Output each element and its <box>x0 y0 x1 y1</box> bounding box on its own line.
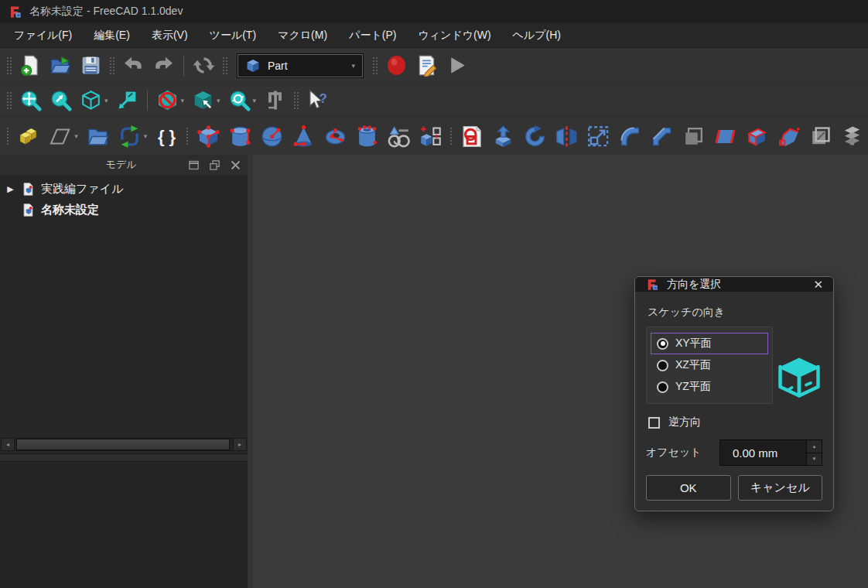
offset-value[interactable]: 0.00 mm <box>720 440 806 465</box>
menu-tools[interactable]: ツール(T) <box>199 23 268 47</box>
spin-up-icon[interactable]: ▲ <box>807 440 822 453</box>
menu-edit[interactable]: 編集(E) <box>83 23 141 47</box>
dialog-title-bar[interactable]: 方向を選択 ✕ <box>635 277 833 292</box>
toolbar-file: Part▾ <box>0 48 868 84</box>
zoom-selection-button[interactable] <box>46 87 75 114</box>
toolbar-grip[interactable] <box>292 91 299 111</box>
datum-plane-button[interactable]: ▾ <box>45 122 81 151</box>
create-sketch-button[interactable] <box>456 122 487 151</box>
part-torus-button[interactable] <box>320 122 350 151</box>
part-cylinder-icon <box>228 125 252 149</box>
workbench-selector[interactable]: Part▾ <box>238 54 363 77</box>
radio-button-icon[interactable] <box>657 381 668 393</box>
chamfer-button[interactable] <box>647 122 677 151</box>
reverse-direction-label: 逆方向 <box>668 415 701 429</box>
tree-item-1[interactable]: 名称未設定 <box>0 200 248 220</box>
part-sphere-button[interactable] <box>257 122 287 151</box>
rotation-view-button[interactable]: ▾ <box>225 87 260 114</box>
scrollbar-track[interactable] <box>15 438 233 451</box>
toolbar-grip[interactable] <box>5 91 12 111</box>
toolbar-grip[interactable] <box>221 56 227 76</box>
restore-panel-icon[interactable] <box>209 159 220 171</box>
part-cone-button[interactable] <box>289 122 319 151</box>
radio-row-2[interactable]: YZ平面 <box>651 376 768 398</box>
record-macro-button[interactable] <box>382 52 411 79</box>
open-file-icon <box>50 54 72 77</box>
open-file-button[interactable] <box>46 52 75 79</box>
revolve-button[interactable] <box>520 122 550 151</box>
radio-row-1[interactable]: XZ平面 <box>651 354 768 376</box>
expression-button[interactable]: { } <box>152 122 182 151</box>
scroll-left-icon[interactable]: ◂ <box>1 438 15 451</box>
toolbar-grip[interactable] <box>5 126 9 146</box>
cross-section-button[interactable] <box>837 122 867 151</box>
menu-file[interactable]: ファイル(F) <box>3 23 83 47</box>
part-tube-button[interactable] <box>352 122 382 151</box>
refresh-button[interactable] <box>190 52 218 79</box>
menu-bar: ファイル(F)編集(E)表示(V)ツール(T)マクロ(M)パート(P)ウィンドウ… <box>0 23 868 48</box>
spin-down-icon[interactable]: ▼ <box>807 453 822 466</box>
shape-builder-button[interactable] <box>415 122 446 151</box>
play-macro-button[interactable] <box>443 52 471 79</box>
ok-button[interactable]: OK <box>646 475 731 501</box>
loft-button[interactable] <box>774 122 804 151</box>
scale-button[interactable] <box>583 122 613 151</box>
offset-2d-button[interactable] <box>678 122 709 151</box>
cancel-button[interactable]: キャンセル <box>738 475 823 501</box>
redo-button[interactable] <box>149 52 178 79</box>
undo-button[interactable] <box>119 52 148 79</box>
toolbar-grip[interactable] <box>371 56 378 76</box>
radio-row-0[interactable]: XY平面 <box>651 333 768 354</box>
thickness-button[interactable] <box>742 122 772 151</box>
edit-macro-button[interactable] <box>412 52 441 79</box>
model-panel-title: モデル <box>6 158 188 172</box>
measure-button[interactable] <box>261 87 289 114</box>
close-icon[interactable]: ✕ <box>813 279 823 290</box>
group-folder-icon <box>86 125 110 149</box>
panel-splitter[interactable] <box>0 453 248 462</box>
part-cylinder-button[interactable] <box>225 122 255 151</box>
offset-spinbox[interactable]: 0.00 mm ▲ ▼ <box>719 439 822 466</box>
part-primitives-button[interactable] <box>384 122 414 151</box>
part-tube-icon <box>355 125 379 149</box>
group-button[interactable] <box>83 122 113 151</box>
scrollbar-thumb[interactable] <box>16 439 230 450</box>
draw-style-button[interactable]: ▾ <box>153 87 188 114</box>
radio-button-icon[interactable] <box>657 360 668 371</box>
std-part-button[interactable] <box>13 122 43 151</box>
toolbar-grip[interactable] <box>5 56 12 76</box>
tree-item-0[interactable]: ▶実践編ファイル <box>0 179 248 200</box>
new-document-button[interactable] <box>16 52 45 79</box>
close-panel-icon[interactable] <box>230 159 241 171</box>
toolbar-grip[interactable] <box>185 126 188 146</box>
zoom-fit-all-button[interactable] <box>16 87 45 114</box>
whats-this-button[interactable]: ? <box>303 87 332 114</box>
mirror-button[interactable] <box>552 122 582 151</box>
link-button[interactable]: ▾ <box>114 122 151 151</box>
sweep-button[interactable] <box>805 122 836 151</box>
menu-part[interactable]: パート(P) <box>338 23 407 47</box>
toolbar-grip[interactable] <box>449 126 452 146</box>
scale-icon <box>586 125 610 149</box>
set-plane-view-button[interactable] <box>113 87 142 114</box>
menu-view[interactable]: 表示(V) <box>141 23 199 47</box>
menu-macro[interactable]: マクロ(M) <box>267 23 338 47</box>
menu-windows[interactable]: ウィンドウ(W) <box>407 23 501 47</box>
radio-button-icon[interactable] <box>657 338 668 350</box>
reverse-direction-checkbox[interactable] <box>648 417 660 429</box>
part-cone-icon <box>292 125 316 149</box>
tree-item-label: 実践編ファイル <box>41 182 123 197</box>
menu-help[interactable]: ヘルプ(H) <box>502 23 572 47</box>
float-panel-icon[interactable] <box>188 159 200 171</box>
horizontal-scrollbar[interactable]: ◂ ▸ <box>1 437 247 452</box>
extrude-button[interactable] <box>488 122 518 151</box>
clipping-view-button[interactable]: ▾ <box>189 87 224 114</box>
scroll-right-icon[interactable]: ▸ <box>233 438 247 451</box>
toolbar-grip[interactable] <box>108 56 114 76</box>
axonometric-view-button[interactable]: ▾ <box>77 87 111 114</box>
part-box-button[interactable] <box>193 122 224 151</box>
save-button[interactable] <box>77 52 105 79</box>
expand-arrow-icon[interactable]: ▶ <box>5 184 15 194</box>
fillet-button[interactable] <box>615 122 645 151</box>
ruled-surface-button[interactable] <box>710 122 740 151</box>
